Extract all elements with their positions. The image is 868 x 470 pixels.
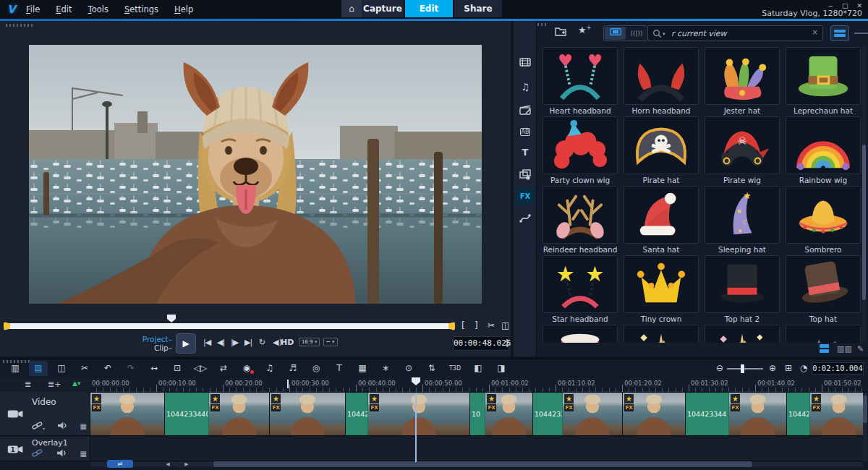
sticker-pirate-hat[interactable]: Pirate hat	[624, 116, 699, 184]
rainbow-wig-thumbnail[interactable]	[786, 116, 861, 174]
ripple-mode-button[interactable]: ▲▾	[72, 380, 80, 387]
play-button[interactable]: ▶	[176, 333, 196, 354]
sticker-party-clown-wig[interactable]: Party clown wig	[542, 116, 618, 184]
sticker-sleeping-hat[interactable]: ★★☾★Sleeping hat	[705, 186, 780, 254]
panel-drag-handle[interactable]	[6, 24, 35, 27]
category-transition-icon[interactable]: AB	[516, 122, 535, 140]
video-clip[interactable]: ★FX	[485, 393, 533, 435]
3d-title-button[interactable]: T3D	[446, 361, 464, 376]
add-folder-icon[interactable]	[555, 26, 566, 38]
timeline-hscrollbar-thumb[interactable]	[213, 461, 752, 467]
mark-out-button[interactable]: ]	[475, 320, 478, 330]
sleeping-hat-thumbnail[interactable]: ★★☾★	[705, 186, 780, 244]
library-scrollbar-thumb[interactable]	[862, 145, 866, 300]
video-clip[interactable]: ★FX	[270, 393, 346, 435]
track-manager-button[interactable]: ≣	[25, 380, 31, 389]
top-hat-thumbnail[interactable]	[786, 255, 861, 313]
category-media-icon[interactable]	[516, 53, 535, 70]
previous-frame-button[interactable]: ◀|	[217, 338, 224, 347]
transparency-icon[interactable]: ▦	[80, 422, 87, 430]
tab-share[interactable]: Share	[454, 0, 502, 17]
fit-project-button[interactable]: ↔	[145, 361, 163, 376]
reindeer-headband-thumbnail[interactable]	[542, 186, 618, 244]
sticker-tiny-crown[interactable]: Tiny crown	[624, 255, 699, 323]
filmstrip-view-icon[interactable]: ▥▥	[837, 344, 852, 354]
video-clip[interactable]: ★FX	[810, 393, 868, 435]
mode-project-label[interactable]: Project–	[122, 335, 172, 343]
category-audio-icon[interactable]: ♫	[516, 79, 535, 96]
sticker-top-hat[interactable]: Top hat	[786, 255, 861, 323]
split-button[interactable]: ◁▷	[191, 361, 210, 376]
sticker-unicorn-horn-2[interactable]	[705, 325, 780, 343]
timeline-hscrollbar[interactable]: ⇄ ◀▶	[90, 461, 863, 467]
overlay-options-button[interactable]: ◎	[307, 361, 326, 376]
storyboard-view-button[interactable]: ▥	[6, 361, 25, 376]
category-title-icon[interactable]: T	[516, 144, 535, 161]
mute-track-icon[interactable]	[56, 448, 67, 459]
sticker-pirate-wig[interactable]: ☠Pirate wig	[705, 116, 780, 184]
menu-help[interactable]: Help	[174, 4, 193, 14]
pirate-hat-thumbnail[interactable]	[624, 116, 699, 174]
video-clip-filename[interactable]: 1044233440-hd	[165, 393, 209, 435]
menu-settings[interactable]: Settings	[124, 4, 158, 14]
sticker-jester-hat[interactable]: Jester hat	[705, 47, 780, 115]
multicam-grid-button[interactable]: ▦	[353, 361, 372, 376]
scroll-left-button[interactable]: ◀	[160, 461, 176, 468]
link-clips-icon[interactable]: ▾	[32, 421, 45, 432]
video-clip[interactable]: ★FX	[368, 393, 470, 435]
mark-in-button[interactable]: [	[461, 320, 465, 330]
sticker-star-headband[interactable]: ★★Star headband	[542, 255, 618, 323]
preview-timecode[interactable]: 00:00:48.026	[453, 336, 509, 351]
redo-button[interactable]: ↷	[122, 361, 140, 376]
pirate-wig-thumbnail[interactable]: ☠	[705, 116, 780, 174]
scroll-sync-button[interactable]: ⇄	[107, 460, 133, 468]
video-clip[interactable]: ★FX	[90, 393, 165, 435]
tab-edit[interactable]: Edit	[405, 0, 453, 17]
display-mode-button[interactable]	[830, 25, 849, 41]
add-track-button[interactable]: ≣+	[48, 380, 61, 389]
hd-toggle[interactable]: HD	[281, 338, 294, 347]
timeline-zoom-slider[interactable]	[727, 368, 763, 369]
mode-clip-label[interactable]: Clip–	[122, 343, 172, 352]
menu-tools[interactable]: Tools	[88, 4, 109, 14]
next-frame-button[interactable]: |▶	[231, 338, 238, 347]
sticker-heart-headband[interactable]: ♥♥Heart headband	[542, 47, 618, 115]
timecode-spinner[interactable]: ▲▼	[504, 337, 510, 349]
video-clip-filename[interactable]: 10442334	[533, 393, 563, 435]
mask-editor-button[interactable]: ◨	[492, 361, 511, 376]
add-favorite-icon[interactable]: ★+	[578, 25, 591, 35]
preview-scrubber[interactable]	[6, 323, 453, 329]
scroll-right-button[interactable]: ▶	[179, 461, 195, 468]
menu-file[interactable]: File	[26, 4, 40, 14]
grab-frame-button[interactable]: ◫	[501, 320, 509, 330]
category-effects-icon[interactable]: FX	[516, 187, 535, 205]
auto-music-button[interactable]: ♬	[284, 361, 302, 376]
circus-hat-thumbnail[interactable]	[542, 325, 618, 343]
video-clip[interactable]: ★FX	[209, 393, 270, 435]
leprechaun-hat-thumbnail[interactable]	[786, 47, 861, 105]
copy-button[interactable]: ◫	[52, 361, 71, 376]
aspect-ratio-select[interactable]: 16:9 ▾	[299, 338, 320, 346]
jester-hat-thumbnail[interactable]	[705, 47, 780, 105]
duration-clock-button[interactable]: ◔	[796, 361, 811, 376]
sticker-top-hat-2[interactable]: Top hat 2	[705, 255, 780, 323]
tab-capture[interactable]: Capture	[362, 0, 404, 17]
sticker-sombrero[interactable]: Sombrero	[786, 186, 861, 254]
video-clip-filename[interactable]: 10442	[787, 393, 810, 435]
sticker-unicorn-horn[interactable]	[624, 325, 699, 343]
timeline-ruler[interactable]: 00:00:00.0000:00:10.0000:00:20.0000:00:3…	[90, 378, 868, 393]
video-track-header[interactable]: Video▾▦	[0, 393, 90, 435]
effects-wand-button[interactable]: ∗	[376, 361, 395, 376]
search-input[interactable]	[670, 27, 804, 40]
sticker-horn-headband[interactable]: Horn headband	[624, 47, 699, 115]
sticker-circus-hat[interactable]	[542, 325, 618, 343]
video-clip-filename[interactable]: 104423344	[686, 393, 729, 435]
search-clear-icon[interactable]: ×	[812, 28, 818, 36]
show-audio-toggle[interactable]: ((|))	[626, 27, 647, 40]
menu-edit[interactable]: Edit	[56, 4, 72, 14]
sticker-reindeer-headband[interactable]: Reindeer headband	[542, 186, 618, 254]
sticker-rainbow-wig[interactable]: Rainbow wig	[786, 116, 861, 184]
library-scrollbar[interactable]	[862, 47, 866, 342]
category-motion-path-icon[interactable]	[516, 209, 535, 226]
scrubber-playhead[interactable]	[167, 315, 176, 322]
